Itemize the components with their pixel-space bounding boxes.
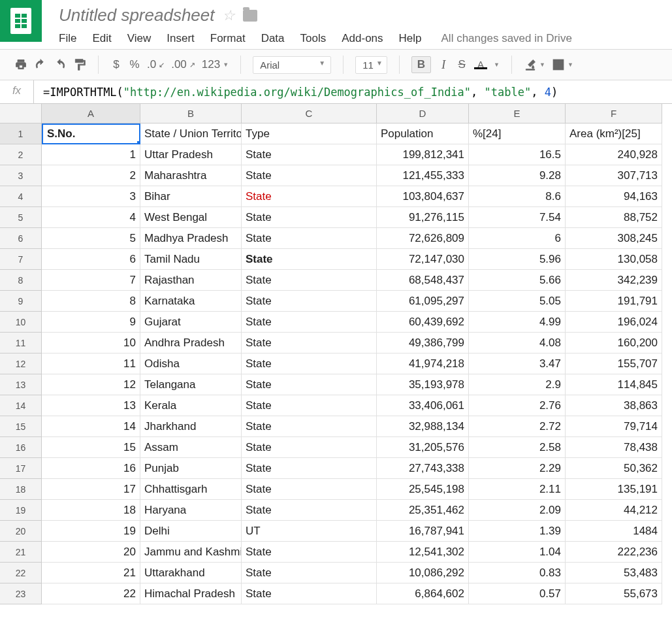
col-header-E[interactable]: E (469, 104, 566, 123)
sheets-logo[interactable] (0, 0, 42, 42)
cell[interactable]: State (242, 144, 377, 165)
cell[interactable]: State (242, 353, 377, 374)
star-icon[interactable]: ☆ (222, 7, 235, 24)
cell[interactable]: Bihar (140, 186, 242, 207)
row-header-4[interactable]: 4 (0, 186, 42, 207)
cell[interactable]: 103,804,637 (377, 186, 469, 207)
cell[interactable]: 11 (42, 353, 140, 374)
font-select[interactable]: Arial▼ (253, 56, 331, 74)
currency-button[interactable]: $ (110, 58, 122, 71)
italic-button[interactable]: I (438, 57, 449, 72)
cell[interactable]: 31,205,576 (377, 437, 469, 458)
row-header-12[interactable]: 12 (0, 353, 42, 374)
cell[interactable]: 17 (42, 479, 140, 500)
strikethrough-button[interactable]: S (456, 58, 468, 71)
cell[interactable]: 196,024 (566, 312, 662, 333)
cell[interactable]: Gujarat (140, 312, 242, 333)
cell[interactable]: 22 (42, 583, 140, 604)
cell[interactable]: Maharashtra (140, 165, 242, 186)
folder-icon[interactable] (243, 10, 257, 22)
cell[interactable]: 342,239 (566, 270, 662, 291)
cell[interactable]: 9.28 (469, 165, 566, 186)
row-header-1[interactable]: 1 (0, 123, 42, 144)
menu-view[interactable]: View (127, 32, 152, 45)
cell[interactable]: 13 (42, 395, 140, 416)
row-header-6[interactable]: 6 (0, 228, 42, 249)
cell[interactable]: 7.54 (469, 207, 566, 228)
cell[interactable]: 72,626,809 (377, 228, 469, 249)
font-size-select[interactable]: 11▼ (355, 56, 387, 74)
row-header-18[interactable]: 18 (0, 479, 42, 500)
cell[interactable]: 2.72 (469, 416, 566, 437)
menu-insert[interactable]: Insert (167, 32, 195, 45)
cell[interactable]: 2.76 (469, 395, 566, 416)
cell[interactable]: State (242, 542, 377, 563)
cell[interactable]: 0.83 (469, 563, 566, 583)
cell[interactable]: 78,438 (566, 437, 662, 458)
cell[interactable]: 307,713 (566, 165, 662, 186)
cell[interactable]: Chhattisgarh (140, 479, 242, 500)
cell[interactable]: 88,752 (566, 207, 662, 228)
cell[interactable]: 5.96 (469, 249, 566, 270)
row-header-20[interactable]: 20 (0, 521, 42, 542)
cell[interactable]: State (242, 458, 377, 479)
menu-format[interactable]: Format (210, 32, 246, 45)
cell[interactable]: 41,974,218 (377, 353, 469, 374)
cell[interactable]: 191,791 (566, 291, 662, 312)
cell[interactable]: 1484 (566, 521, 662, 542)
formula-input[interactable]: =IMPORTHTML("http://en.wikipedia.org/wik… (34, 86, 672, 99)
cell[interactable]: 1.39 (469, 521, 566, 542)
cell[interactable]: Kerala (140, 395, 242, 416)
cell[interactable]: 4.08 (469, 333, 566, 353)
cell[interactable]: 12,541,302 (377, 542, 469, 563)
row-header-22[interactable]: 22 (0, 563, 42, 583)
cell[interactable]: 2.58 (469, 437, 566, 458)
cell[interactable]: 32,988,134 (377, 416, 469, 437)
cell[interactable]: 8 (42, 291, 140, 312)
row-header-13[interactable]: 13 (0, 374, 42, 395)
row-header-14[interactable]: 14 (0, 395, 42, 416)
cell[interactable]: 10 (42, 333, 140, 353)
print-icon[interactable] (14, 58, 27, 71)
select-all-corner[interactable] (0, 104, 42, 123)
increase-decimal-button[interactable]: .00↗ (171, 58, 195, 71)
cell[interactable]: 38,863 (566, 395, 662, 416)
col-header-B[interactable]: B (140, 104, 242, 123)
cell[interactable]: State (242, 437, 377, 458)
cell[interactable]: 94,163 (566, 186, 662, 207)
cell[interactable]: Karnataka (140, 291, 242, 312)
cell[interactable]: State (242, 228, 377, 249)
cell[interactable]: State (242, 395, 377, 416)
row-header-19[interactable]: 19 (0, 500, 42, 521)
cell[interactable]: 79,714 (566, 416, 662, 437)
cell[interactable]: 7 (42, 270, 140, 291)
paint-format-icon[interactable] (73, 58, 86, 71)
cell[interactable]: 4.99 (469, 312, 566, 333)
number-format-button[interactable]: 123▼ (202, 58, 229, 71)
cell[interactable]: 14 (42, 416, 140, 437)
row-header-5[interactable]: 5 (0, 207, 42, 228)
cell[interactable]: 6 (42, 249, 140, 270)
borders-button[interactable]: ▼ (552, 58, 573, 71)
cell[interactable]: Haryana (140, 500, 242, 521)
cell[interactable]: 1.04 (469, 542, 566, 563)
cell[interactable]: 2.09 (469, 500, 566, 521)
cell[interactable]: 6,864,602 (377, 583, 469, 604)
cell[interactable]: 5 (42, 228, 140, 249)
cell[interactable]: State (242, 165, 377, 186)
cell[interactable]: 18 (42, 500, 140, 521)
cell[interactable]: 160,200 (566, 333, 662, 353)
cell[interactable]: 27,743,338 (377, 458, 469, 479)
cell[interactable]: Telangana (140, 374, 242, 395)
fill-color-button[interactable]: ▼ (524, 58, 545, 71)
cell[interactable]: 2 (42, 165, 140, 186)
menu-help[interactable]: Help (399, 32, 422, 45)
menu-file[interactable]: File (59, 32, 76, 45)
cell[interactable]: 68,548,437 (377, 270, 469, 291)
cell[interactable]: 49,386,799 (377, 333, 469, 353)
cell[interactable]: Type (242, 123, 377, 144)
cell[interactable]: 61,095,297 (377, 291, 469, 312)
text-color-button[interactable]: A (474, 60, 487, 69)
cell[interactable]: Uttarakhand (140, 563, 242, 583)
cell[interactable]: Jammu and Kashmir (140, 542, 242, 563)
